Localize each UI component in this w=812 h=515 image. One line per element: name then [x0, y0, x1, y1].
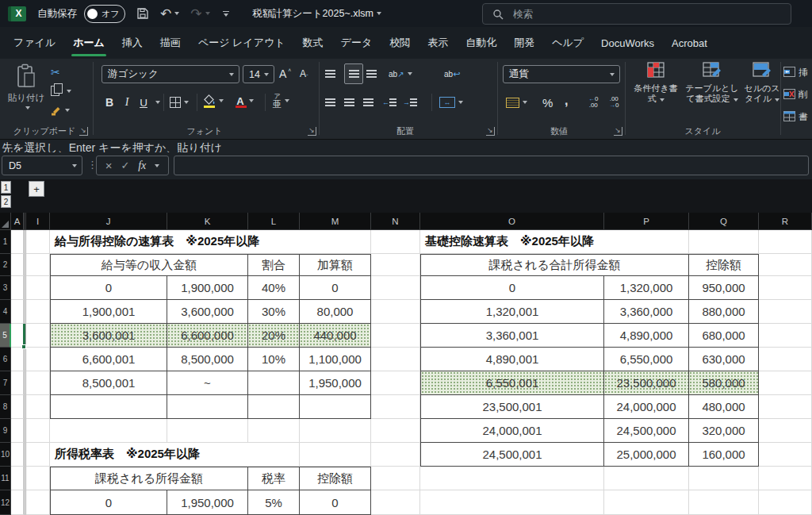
cell-I6[interactable]	[26, 348, 50, 371]
row-header-11[interactable]: 11	[0, 467, 11, 490]
col-header-N[interactable]: N	[371, 213, 420, 230]
cell-O9[interactable]: 24,000,001	[420, 419, 604, 443]
save-button[interactable]	[136, 7, 149, 20]
row-header-9[interactable]: 9	[0, 419, 11, 443]
cell-I10[interactable]	[26, 443, 50, 467]
cell-I1[interactable]	[26, 230, 50, 254]
borders-button[interactable]	[170, 94, 189, 111]
cell-Q4[interactable]: 880,000	[689, 300, 759, 324]
cell-O7[interactable]: 6,550,001	[420, 371, 604, 395]
col-header-Q[interactable]: Q	[689, 213, 759, 230]
cell-N7[interactable]	[371, 371, 420, 395]
cell-J8[interactable]	[50, 395, 167, 419]
cell-K9[interactable]	[167, 419, 248, 443]
accounting-format-button[interactable]	[506, 94, 527, 111]
align-right-button[interactable]	[363, 94, 373, 111]
tab-file[interactable]: ファイル	[5, 27, 64, 59]
tab-formulas[interactable]: 数式	[294, 27, 332, 59]
cell-O6[interactable]: 4,890,001	[420, 348, 604, 371]
filename-menu[interactable]: 税額計算シート2025~.xlsm	[253, 7, 381, 21]
tab-developer[interactable]: 開発	[505, 27, 543, 59]
cell-O10[interactable]: 24,500,001	[420, 443, 604, 467]
tab-draw[interactable]: 描画	[151, 27, 190, 59]
italic-button[interactable]: I	[122, 94, 132, 111]
col-header-J[interactable]: J	[50, 213, 167, 230]
clipboard-dialog-launcher[interactable]: ↘	[79, 127, 88, 136]
font-size-combo[interactable]: 14	[243, 65, 274, 83]
cell-R11[interactable]	[759, 467, 812, 490]
cell-P11[interactable]	[604, 467, 689, 490]
alignment-dialog-launcher[interactable]: ↘	[486, 127, 495, 136]
tab-view[interactable]: 表示	[419, 27, 457, 59]
cell-R7[interactable]	[759, 371, 812, 395]
cell-Q8[interactable]: 480,000	[689, 395, 759, 419]
cell-A10[interactable]	[11, 443, 24, 467]
insert-function-button[interactable]: fx	[138, 159, 146, 172]
copy-button[interactable]	[51, 84, 71, 98]
cell-N8[interactable]	[371, 395, 420, 419]
cell-M6[interactable]: 1,100,000	[300, 348, 371, 371]
cell-R12[interactable]	[759, 490, 812, 515]
cell-O4[interactable]: 1,320,001	[420, 300, 604, 324]
merge-center-button[interactable]: ↔	[439, 94, 463, 111]
cell-Q10[interactable]: 160,000	[689, 443, 759, 467]
bold-button[interactable]: B	[103, 94, 116, 111]
col-header-I[interactable]: I	[26, 213, 50, 230]
cell-J1[interactable]: 給与所得控除の速算表 ※2025年以降	[50, 230, 371, 254]
cell-P12[interactable]	[604, 490, 689, 515]
cell-I12[interactable]	[26, 490, 50, 515]
cell-I7[interactable]	[26, 371, 50, 395]
cut-button[interactable]: ✂	[51, 65, 71, 79]
cell-R10[interactable]	[759, 443, 812, 467]
row-header-10[interactable]: 10	[0, 443, 11, 467]
cell-Q2[interactable]: 控除額	[689, 254, 759, 276]
autosave-toggle[interactable]: オフ	[84, 5, 125, 23]
cell-A1[interactable]	[11, 230, 24, 254]
format-painter-button[interactable]	[51, 103, 71, 117]
row-header-5[interactable]: 5	[0, 324, 11, 348]
cell-I8[interactable]	[26, 395, 50, 419]
row-header-6[interactable]: 6	[0, 348, 11, 371]
fill-color-button[interactable]	[203, 92, 224, 110]
name-box[interactable]: D5	[2, 156, 82, 175]
cell-L2[interactable]: 割合	[248, 254, 300, 276]
cells-delete-button[interactable]: 削	[783, 86, 812, 103]
cell-L3[interactable]: 40%	[248, 276, 300, 300]
cell-L8[interactable]	[248, 395, 300, 419]
expand-group-button[interactable]: +	[29, 181, 44, 197]
tab-automate[interactable]: 自動化	[457, 27, 505, 59]
cell-Q11[interactable]	[689, 467, 759, 490]
cell-N5[interactable]	[371, 324, 420, 348]
cell-L7[interactable]	[248, 371, 300, 395]
col-header-R[interactable]: R	[759, 213, 812, 230]
formula-input[interactable]	[174, 156, 808, 175]
tab-insert[interactable]: 挿入	[113, 27, 151, 59]
tab-home[interactable]: ホーム	[64, 27, 113, 59]
cell-N1[interactable]	[371, 230, 420, 254]
format-as-table-button[interactable]: テーブルとして書式設定	[682, 62, 742, 104]
search-input[interactable]	[511, 8, 768, 21]
cell-M10[interactable]	[300, 443, 371, 467]
cell-I2[interactable]	[26, 254, 50, 276]
cell-P6[interactable]: 6,550,000	[604, 348, 689, 371]
paste-button[interactable]: 貼り付け	[5, 63, 48, 124]
cell-N11[interactable]	[371, 467, 420, 490]
cell-L6[interactable]: 10%	[248, 348, 300, 371]
row-header-4[interactable]: 4	[0, 300, 11, 324]
cell-R4[interactable]	[759, 300, 812, 324]
cell-Q12[interactable]	[689, 490, 759, 515]
search-box[interactable]	[482, 3, 791, 25]
decrease-decimal-button[interactable]: .00→0	[609, 94, 619, 111]
cell-K5[interactable]: 6,600,000	[167, 324, 248, 348]
cells-insert-button[interactable]: 挿	[783, 63, 812, 81]
cell-I3[interactable]	[26, 276, 50, 300]
tab-help[interactable]: ヘルプ	[543, 27, 592, 59]
cell-R3[interactable]	[759, 276, 812, 300]
cell-A12[interactable]	[11, 490, 24, 515]
wrap-text-button[interactable]: ab↩	[444, 65, 460, 83]
cell-J12[interactable]: 0	[50, 490, 167, 515]
cell-A6[interactable]	[11, 348, 24, 371]
cell-M9[interactable]	[300, 419, 371, 443]
cell-A9[interactable]	[11, 419, 24, 443]
cell-K12[interactable]: 1,950,000	[167, 490, 248, 515]
